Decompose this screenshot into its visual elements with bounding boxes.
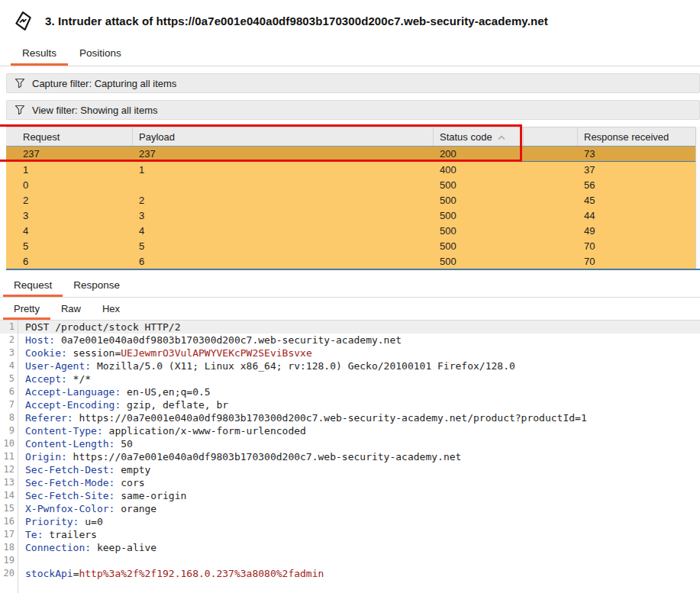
tab-pretty[interactable]: Pretty xyxy=(3,298,50,320)
tab-hex[interactable]: Hex xyxy=(92,298,131,320)
payload-cell: 4 xyxy=(133,223,434,238)
line-content: Accept: */* xyxy=(21,372,91,385)
payload-cell: 2 xyxy=(133,192,434,208)
line-content: Accept-Language: en-US,en;q=0.5 xyxy=(21,385,211,398)
table-row[interactable]: 5550070 xyxy=(6,238,700,253)
line-content: Te: trailers xyxy=(21,528,97,541)
response-received-cell: 49 xyxy=(578,223,700,238)
editor-line: 6Accept-Language: en-US,en;q=0.5 xyxy=(0,385,700,398)
line-content: Host: 0a7e001e040a0df9803b170300d200c7.w… xyxy=(21,334,402,346)
capture-filter-bar[interactable]: Capture filter: Capturing all items xyxy=(6,73,700,93)
column-label: Response received xyxy=(584,131,669,143)
column-header-payload[interactable]: Payload xyxy=(133,127,434,146)
payload-cell: 5 xyxy=(133,238,434,253)
column-header-blank[interactable] xyxy=(524,127,578,146)
editor-line: 15X-Pwnfox-Color: orange xyxy=(0,502,700,515)
table-row[interactable]: 2250045 xyxy=(6,192,700,208)
request-cell: 0 xyxy=(6,177,133,192)
editor-line: 18Connection: keep-alive xyxy=(0,541,700,554)
column-header-status-code[interactable]: Status code xyxy=(434,127,524,146)
response-received-cell: 45 xyxy=(578,192,700,208)
funnel-icon xyxy=(15,78,25,89)
table-row[interactable]: 23723720073 xyxy=(6,147,700,162)
status-code-cell: 500 xyxy=(434,208,524,223)
blank-cell xyxy=(524,208,578,223)
message-tab-strip: Request Response xyxy=(0,273,700,298)
line-content: Referer: https://0a7e001e040a0df9803b170… xyxy=(21,411,587,424)
tab-response[interactable]: Response xyxy=(63,273,131,297)
results-table-header: Request Payload Status code Response rec… xyxy=(6,127,700,147)
blank-cell xyxy=(524,147,578,161)
results-table: Request Payload Status code Response rec… xyxy=(0,127,700,270)
editor-line: 11Origin: https://0a7e001e040a0df9803b17… xyxy=(0,450,700,463)
editor-line: 5Accept: */* xyxy=(0,372,700,385)
request-cell: 4 xyxy=(6,223,133,238)
editor-line: 16Priority: u=0 xyxy=(0,515,700,528)
blank-cell xyxy=(524,238,578,253)
tab-request[interactable]: Request xyxy=(3,273,63,297)
payload-cell: 3 xyxy=(133,208,434,223)
line-content: Accept-Encoding: gzip, deflate, br xyxy=(21,398,228,411)
blank-cell xyxy=(524,223,578,238)
blank-cell xyxy=(524,162,578,177)
line-content: Content-Length: 50 xyxy=(21,437,133,450)
editor-line: 8Referer: https://0a7e001e040a0df9803b17… xyxy=(0,411,700,424)
table-row[interactable]: 050056 xyxy=(6,177,700,192)
request-editor[interactable]: 1POST /product/stock HTTP/22Host: 0a7e00… xyxy=(0,321,700,593)
blank-cell xyxy=(524,192,578,208)
view-filter-bar[interactable]: View filter: Showing all items xyxy=(6,100,700,120)
tab-results[interactable]: Results xyxy=(11,42,68,66)
column-label: Request xyxy=(23,131,60,143)
response-received-cell: 56 xyxy=(578,177,700,192)
request-cell: 3 xyxy=(6,208,133,223)
payload-cell: 237 xyxy=(133,147,434,161)
line-content: stockApi=http%3a%2f%2f192.168.0.237%3a80… xyxy=(21,567,324,580)
payload-cell: 6 xyxy=(133,253,434,269)
editor-lines: 1POST /product/stock HTTP/22Host: 0a7e00… xyxy=(0,321,700,580)
status-code-cell: 400 xyxy=(434,162,524,177)
editor-line: 17Te: trailers xyxy=(0,528,700,541)
status-code-cell: 500 xyxy=(434,238,524,253)
table-scrollbar[interactable] xyxy=(695,127,700,269)
editor-line: 14Sec-Fetch-Site: same-origin xyxy=(0,489,700,502)
blank-cell xyxy=(524,177,578,192)
line-content: User-Agent: Mozilla/5.0 (X11; Linux x86_… xyxy=(21,359,515,372)
payload-cell: 1 xyxy=(133,162,434,177)
status-code-cell: 200 xyxy=(434,147,524,161)
view-filter-label: View filter: Showing all items xyxy=(32,105,158,116)
status-code-cell: 500 xyxy=(434,223,524,238)
request-cell: 5 xyxy=(6,238,133,253)
editor-line: 20stockApi=http%3a%2f%2f192.168.0.237%3a… xyxy=(0,567,700,580)
editor-line: 3Cookie: session=UEJewmrO3VulAPWYVEKcPW2… xyxy=(0,346,700,359)
response-received-cell: 70 xyxy=(578,238,700,253)
line-content: Origin: https://0a7e001e040a0df9803b1703… xyxy=(21,450,461,463)
window-title: 3. Intruder attack of https://0a7e001e04… xyxy=(45,15,548,27)
column-header-request[interactable]: Request xyxy=(6,127,133,146)
line-content: Sec-Fetch-Site: same-origin xyxy=(21,489,186,502)
editor-line: 4User-Agent: Mozilla/5.0 (X11; Linux x86… xyxy=(0,359,700,372)
response-received-cell: 70 xyxy=(578,253,700,269)
editor-line: 12Sec-Fetch-Dest: empty xyxy=(0,463,700,476)
column-label: Payload xyxy=(139,131,175,143)
tab-positions[interactable]: Positions xyxy=(68,42,133,66)
column-label: Status code xyxy=(440,131,492,143)
blank-cell xyxy=(524,253,578,269)
payload-cell xyxy=(133,177,434,192)
view-tab-strip: Pretty Raw Hex xyxy=(0,298,700,321)
response-received-cell: 44 xyxy=(578,208,700,223)
intruder-tab-strip: Results Positions xyxy=(0,42,700,66)
table-row[interactable]: 6650070 xyxy=(6,253,700,269)
table-row[interactable]: 3350044 xyxy=(6,208,700,223)
sort-ascending-icon xyxy=(498,131,505,143)
tab-raw[interactable]: Raw xyxy=(50,298,92,320)
column-header-response-received[interactable]: Response received xyxy=(578,127,700,146)
results-table-rows: 2372372007311400370500562250045335004444… xyxy=(0,147,700,269)
table-row[interactable]: 1140037 xyxy=(6,162,700,177)
line-content: X-Pwnfox-Color: orange xyxy=(21,502,156,515)
line-content: POST /product/stock HTTP/2 xyxy=(21,321,181,334)
request-cell: 1 xyxy=(6,162,133,177)
capture-filter-label: Capture filter: Capturing all items xyxy=(32,78,176,89)
table-row[interactable]: 4450049 xyxy=(6,223,700,238)
line-content: Priority: u=0 xyxy=(21,515,103,528)
editor-line: 10Content-Length: 50 xyxy=(0,437,700,450)
